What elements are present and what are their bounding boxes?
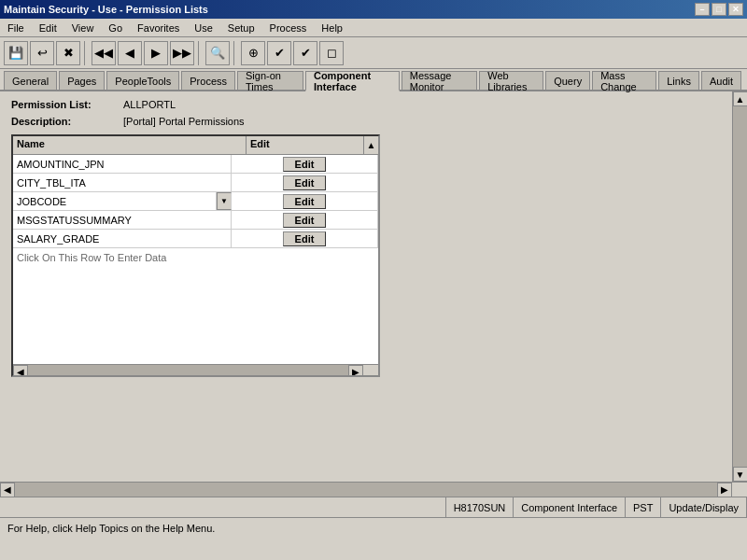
maximize-button[interactable]: □ <box>712 3 726 16</box>
grid-header-name: Name <box>13 136 247 154</box>
menu-item-file[interactable]: File <box>4 21 28 35</box>
menu-item-process[interactable]: Process <box>266 21 311 35</box>
search-toolbar-button[interactable]: 🔍 <box>205 41 230 65</box>
table-row[interactable]: AMOUNTINC_JPNEdit <box>13 155 378 174</box>
tab-sign-on-times[interactable]: Sign-on Times <box>237 71 303 90</box>
grid-header: Name Edit ▲ <box>13 136 378 155</box>
edit-button[interactable]: Edit <box>283 231 327 246</box>
minimize-button[interactable]: – <box>695 3 710 16</box>
prev-toolbar-button[interactable]: ◀ <box>118 41 142 65</box>
delete-toolbar-button[interactable]: ✖ <box>56 41 80 65</box>
toolbar-separator <box>84 41 88 65</box>
toolbar-separator <box>233 41 237 65</box>
description-label: Description: <box>11 116 123 127</box>
menu-item-use[interactable]: Use <box>190 21 217 35</box>
scroll-up-arrow[interactable]: ▲ <box>733 91 748 106</box>
grid-cell-edit: Edit <box>232 192 378 211</box>
last-toolbar-button[interactable]: ▶▶ <box>170 41 194 65</box>
grid-placeholder-row[interactable]: Click On This Row To Enter Data <box>13 248 378 267</box>
status-component: Component Interface <box>514 497 626 517</box>
permission-list-label: Permission List: <box>11 99 123 110</box>
title-bar: Maintain Security - Use - Permission Lis… <box>0 0 747 19</box>
grid-cell-edit: Edit <box>232 211 378 230</box>
grid-cell-edit: Edit <box>232 174 378 192</box>
tab-general[interactable]: General <box>4 71 57 90</box>
tab-web-libraries[interactable]: Web Libraries <box>479 71 543 90</box>
table-row[interactable]: SALARY_GRADEEdit <box>13 230 378 248</box>
grid-cell-name: SALARY_GRADE <box>13 230 232 247</box>
scroll-right-arrow-bottom[interactable]: ▶ <box>717 483 732 497</box>
scroll-left-arrow[interactable]: ◀ <box>13 365 28 378</box>
grid-cell-name: AMOUNTINC_JPN <box>13 155 232 173</box>
edit-button[interactable]: Edit <box>283 213 327 228</box>
tab-links[interactable]: Links <box>658 71 699 90</box>
scroll-right-arrow[interactable]: ▶ <box>348 365 363 378</box>
tab-component-interface[interactable]: Component Interface <box>305 71 400 91</box>
grid-scroll-up[interactable]: ▲ <box>363 136 378 154</box>
approve-toolbar-button[interactable]: ✔ <box>267 41 291 65</box>
status-empty <box>0 497 446 517</box>
table-row[interactable]: JOBCODE▼Edit <box>13 192 378 211</box>
permission-list-value: ALLPORTL <box>123 99 176 110</box>
grid-cell-name: CITY_TBL_ITA <box>13 174 232 191</box>
edit-button[interactable]: Edit <box>283 175 327 190</box>
status-pst: PST <box>626 497 661 517</box>
grid-scrollbar-h: ◀ ▶ <box>13 364 378 377</box>
clear-toolbar-button[interactable]: ◻ <box>319 41 344 65</box>
table-row[interactable]: CITY_TBL_ITAEdit <box>13 174 378 192</box>
edit-button[interactable]: Edit <box>283 194 327 209</box>
status-bar: H8170SUN Component Interface PST Update/… <box>0 497 747 517</box>
home-toolbar-button[interactable]: ↩ <box>30 41 54 65</box>
next-toolbar-button[interactable]: ▶ <box>144 41 168 65</box>
description-row: Description: [Portal] Portal Permissions <box>11 116 721 127</box>
scroll-track-h[interactable] <box>28 365 348 377</box>
tab-pages[interactable]: Pages <box>59 71 105 90</box>
grid-header-edit: Edit <box>247 136 363 154</box>
main-right-scrollbar: ▲ ▼ <box>732 91 747 482</box>
tab-audit[interactable]: Audit <box>701 71 741 90</box>
help-bar: For Help, click Help Topics on the Help … <box>0 517 747 538</box>
approve2-toolbar-button[interactable]: ✔ <box>293 41 317 65</box>
tab-message-monitor[interactable]: Message Monitor <box>402 71 478 90</box>
tab-mass-change[interactable]: Mass Change <box>592 71 656 90</box>
tab-process[interactable]: Process <box>181 71 235 90</box>
title-text: Maintain Security - Use - Permission Lis… <box>4 4 208 15</box>
menu-item-edit[interactable]: Edit <box>35 21 61 35</box>
menu-item-help[interactable]: Help <box>317 21 346 35</box>
tab-query[interactable]: Query <box>545 71 590 90</box>
toolbar: 💾↩✖◀◀◀▶▶▶🔍⊕✔✔◻ <box>0 37 747 69</box>
table-row[interactable]: MSGSTATUSSUMMARYEdit <box>13 211 378 230</box>
menu-bar: FileEditViewGoFavoritesUseSetupProcessHe… <box>0 19 747 37</box>
grid-cell-name: JOBCODE <box>13 192 217 210</box>
scroll-track-bottom[interactable] <box>15 483 717 497</box>
permission-list-row: Permission List: ALLPORTL <box>11 99 721 110</box>
grid-container: Name Edit ▲ AMOUNTINC_JPNEditCITY_TBL_IT… <box>11 134 380 377</box>
grid-body: AMOUNTINC_JPNEditCITY_TBL_ITAEditJOBCODE… <box>13 155 378 364</box>
grid-cell-edit: Edit <box>232 230 378 248</box>
scroll-left-arrow-bottom[interactable]: ◀ <box>0 483 15 497</box>
status-mode: Update/Display <box>661 497 747 517</box>
grid-cell-edit: Edit <box>232 155 378 174</box>
close-button[interactable]: ✕ <box>728 3 743 16</box>
menu-item-view[interactable]: View <box>68 21 98 35</box>
status-server: H8170SUN <box>446 497 514 517</box>
first-toolbar-button[interactable]: ◀◀ <box>92 41 116 65</box>
dropdown-icon[interactable]: ▼ <box>217 192 232 210</box>
menu-item-favorites[interactable]: Favorites <box>134 21 183 35</box>
menu-item-setup[interactable]: Setup <box>224 21 259 35</box>
menu-item-go[interactable]: Go <box>105 21 126 35</box>
tab-peopletools[interactable]: PeopleTools <box>106 71 179 90</box>
edit-button[interactable]: Edit <box>283 157 327 172</box>
grid-cell-name: MSGSTATUSSUMMARY <box>13 211 232 229</box>
main-area: Permission List: ALLPORTL Description: [… <box>0 91 732 482</box>
scroll-down-arrow[interactable]: ▼ <box>733 467 748 482</box>
help-text: For Help, click Help Topics on the Help … <box>7 523 215 534</box>
content-area: Permission List: ALLPORTL Description: [… <box>0 91 747 482</box>
outer-wrapper: GeneralPagesPeopleToolsProcessSign-on Ti… <box>0 69 747 538</box>
tab-bar: GeneralPagesPeopleToolsProcessSign-on Ti… <box>0 69 747 91</box>
title-bar-buttons: – □ ✕ <box>695 3 743 16</box>
save-toolbar-button[interactable]: 💾 <box>4 41 28 65</box>
scroll-track-v[interactable] <box>733 106 747 467</box>
description-value: [Portal] Portal Permissions <box>123 116 245 127</box>
add-toolbar-button[interactable]: ⊕ <box>241 41 265 65</box>
